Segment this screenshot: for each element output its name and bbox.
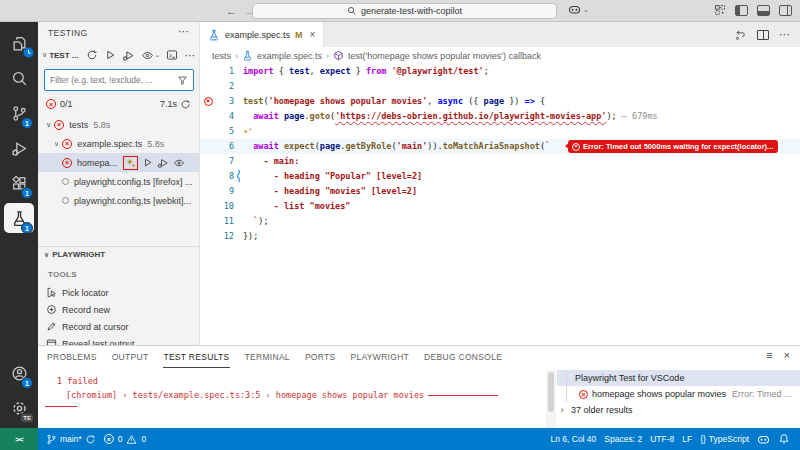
panel-tab-output[interactable]: OUTPUT (112, 346, 149, 368)
code-line-5[interactable]: 5✦✦ (200, 124, 800, 139)
activity-bar: 1 1 1 1 TE (0, 22, 38, 428)
glyph-margin (200, 214, 216, 229)
copilot-icon[interactable] (568, 3, 581, 16)
toggle-panel-icon[interactable] (757, 5, 770, 16)
open-test-console-icon[interactable] (166, 49, 178, 61)
tab-example-spec[interactable]: example.spec.ts M × (200, 22, 324, 47)
twisty-icon[interactable]: ∨ (54, 140, 59, 148)
refresh-tests-icon[interactable] (86, 49, 98, 61)
code-line-11[interactable]: 11 `); (200, 214, 800, 229)
watch-chevron-icon[interactable]: ⌄ (154, 51, 160, 59)
playwright-section-label: PLAYWRIGHT (52, 250, 105, 259)
tool-pick-locator[interactable]: Pick locator (38, 284, 199, 301)
eol-sequence[interactable]: LF (678, 428, 696, 450)
copilot-menu-chevron-icon[interactable]: ⌄ (583, 6, 589, 14)
test-tree-item[interactable]: ∨×tests5.8s (38, 115, 199, 134)
panel-scrollbar[interactable] (546, 370, 556, 428)
breadcrumb-separator: › (326, 51, 329, 61)
tool-reveal-test-output[interactable]: Reveal test output (38, 335, 199, 345)
code-token: - list "movies" (243, 199, 350, 214)
tool-record-new[interactable]: Record new (38, 301, 199, 318)
panel-tabs: PROBLEMSOUTPUTTEST RESULTSTERMINALPORTSP… (47, 346, 502, 368)
run-all-tests-icon[interactable] (104, 49, 116, 61)
code-line-12[interactable]: 12}); (200, 229, 800, 244)
panel-tab-debug-console[interactable]: DEBUG CONSOLE (424, 346, 502, 368)
code-line-6[interactable]: 6 await expect(page.getByRole('main')).t… (200, 139, 800, 154)
watch-tests-icon[interactable] (141, 49, 154, 62)
test-explorer-more-icon[interactable]: ⋯ (184, 49, 195, 62)
copilot-status[interactable] (753, 428, 774, 450)
sidebar-item-testing[interactable]: 1 (0, 201, 38, 236)
settings-button[interactable]: TE (0, 391, 38, 426)
account-button[interactable]: 1 (0, 356, 38, 391)
panel-tab-test-results[interactable]: TEST RESULTS (163, 346, 229, 368)
debug-test-icon[interactable] (157, 157, 169, 169)
fix-with-ai-button[interactable] (123, 156, 138, 170)
inline-error-message[interactable]: ×Error: Timed out 5000ms waiting for exp… (568, 140, 778, 153)
toggle-secondary-sidebar-icon[interactable] (779, 5, 792, 16)
twisty-icon[interactable]: ∨ (46, 121, 51, 129)
split-editor-icon[interactable] (757, 30, 769, 40)
tab-close-icon[interactable]: × (310, 29, 316, 40)
search-value: generate-test-with-copilot (361, 6, 462, 16)
nav-back-icon[interactable]: ← (226, 4, 237, 18)
extensions-badge: 1 (21, 187, 33, 199)
notifications-bell[interactable] (774, 428, 794, 450)
command-center-search[interactable]: generate-test-with-copilot (252, 3, 557, 19)
test-tree-item[interactable]: playwright.config.ts [webkit]... (38, 191, 199, 210)
code-line-10[interactable]: 10 - list "movies" (200, 199, 800, 214)
sidebar-more-icon[interactable]: ⋯ (178, 25, 189, 38)
older-results-row[interactable]: › 37 older results (557, 402, 800, 418)
panel-list-icon[interactable]: ≡ (766, 349, 772, 361)
code-line-1[interactable]: 1import { test, expect } from '@playwrig… (200, 64, 800, 79)
sidebar-item-source-control[interactable]: 1 (0, 96, 38, 131)
panel-close-icon[interactable]: × (784, 349, 790, 361)
editor-more-icon[interactable]: ⋯ (779, 28, 790, 41)
breadcrumb-symbol[interactable]: test('homepage shows popular movies') ca… (348, 51, 541, 61)
encoding[interactable]: UTF-8 (646, 428, 678, 450)
tool-record-at-cursor[interactable]: Record at cursor (38, 318, 199, 335)
funnel-icon[interactable] (177, 75, 188, 86)
test-filter-input[interactable] (50, 75, 173, 85)
toggle-sidebar-icon[interactable] (735, 5, 748, 16)
panel-tab-playwright[interactable]: PLAYWRIGHT (351, 346, 410, 368)
test-tree-item[interactable]: ∨×example.spec.ts5.8s (38, 134, 199, 153)
breadcrumb-folder[interactable]: tests (212, 51, 231, 61)
panel-tab-problems[interactable]: PROBLEMS (47, 346, 97, 368)
language-mode[interactable]: {} TypeScript (696, 428, 753, 450)
code-line-8[interactable]: 8 - heading "Popular" [level=2] (200, 169, 800, 184)
show-test-icon[interactable] (173, 157, 185, 169)
cursor-position[interactable]: Ln 6, Col 40 (546, 428, 600, 450)
indentation[interactable]: Spaces: 2 (600, 428, 646, 450)
test-item-duration: 5.8s (147, 139, 164, 149)
code-line-2[interactable]: 2 (200, 79, 800, 94)
section-collapse-icon[interactable]: ∨ (42, 51, 47, 59)
run-test-icon[interactable] (142, 157, 153, 168)
panel-tab-terminal[interactable]: TERMINAL (245, 346, 290, 368)
debug-all-tests-icon[interactable] (122, 49, 135, 62)
git-branch-item[interactable]: main* (42, 428, 100, 450)
sidebar-item-extensions[interactable]: 1 (0, 166, 38, 201)
playwright-section-header[interactable]: ∨ PLAYWRIGHT (44, 250, 105, 259)
customize-layout-icon[interactable] (714, 4, 726, 16)
test-tree-item[interactable]: playwright.config.ts [firefox] ... (38, 172, 199, 191)
code-line-3[interactable]: ×3test('homepage shows popular movies', … (200, 94, 800, 109)
sidebar-item-explorer[interactable] (0, 26, 38, 61)
code-line-4[interactable]: 4 await page.goto('https://debs-obrien.g… (200, 109, 800, 124)
problems-item[interactable]: × 0 0 (100, 428, 150, 450)
results-view-header[interactable]: Playwright Test for VSCode (557, 370, 800, 386)
code-line-9[interactable]: 9 - heading "movies" [level=2] (200, 184, 800, 199)
line-number: 12 (216, 229, 234, 244)
rerun-icon[interactable] (180, 99, 191, 110)
failed-test-link[interactable]: [chromium] › tests/example.spec.ts:3:5 ›… (66, 390, 424, 400)
sidebar-item-run-debug[interactable] (0, 131, 38, 166)
compare-changes-icon[interactable] (734, 29, 747, 41)
results-error-row[interactable]: × homepage shows popular movies Error: T… (557, 386, 800, 402)
code-line-7[interactable]: 7 - main: (200, 154, 800, 169)
remote-indicator[interactable]: >< (0, 428, 38, 450)
code-area[interactable]: 1import { test, expect } from '@playwrig… (200, 64, 800, 345)
breadcrumb-file[interactable]: example.spec.ts (257, 51, 322, 61)
panel-tab-ports[interactable]: PORTS (305, 346, 336, 368)
sidebar-item-search[interactable] (0, 61, 38, 96)
test-tree-item[interactable]: ×homepa... (38, 153, 199, 172)
